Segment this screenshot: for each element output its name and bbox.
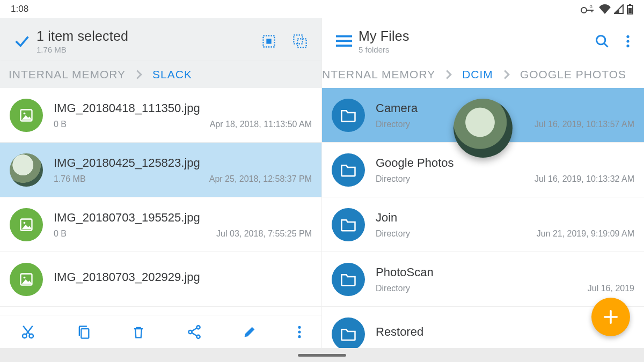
drag-preview-thumbnail[interactable] (453, 99, 513, 158)
list-item[interactable]: PhotoScan DirectoryJul 16, 2019 (322, 252, 644, 307)
svg-point-16 (24, 276, 26, 278)
file-name: IMG_20180703_195525.jpg (54, 211, 312, 225)
photo-thumbnail (10, 153, 43, 187)
wifi-icon (599, 4, 611, 14)
file-size: 0 B (54, 120, 67, 129)
image-icon (10, 263, 43, 296)
folder-name: Join (376, 211, 634, 225)
nav-bar (0, 348, 644, 362)
file-date: Jul 03, 2018, 7:55:25 PM (216, 229, 312, 239)
file-date: Apr 25, 2018, 12:58:37 PM (209, 174, 312, 184)
folder-icon (332, 263, 365, 296)
svg-point-12 (24, 112, 26, 114)
file-date: Apr 18, 2018, 11:13:50 AM (210, 120, 312, 129)
breadcrumb-item[interactable]: NTERNAL MEMORY (322, 68, 435, 81)
list-item[interactable]: IMG_20180703_202929.jpg (0, 252, 321, 307)
search-button[interactable] (595, 34, 610, 49)
key-icon: G (581, 5, 596, 13)
breadcrumb-item[interactable]: DCIM (462, 68, 493, 81)
chevron-right-icon (503, 69, 510, 80)
image-icon (10, 99, 43, 132)
svg-rect-5 (629, 4, 631, 5)
svg-point-24 (298, 330, 301, 333)
left-pane: 1 item selected 1.76 MB INTERNAL MEMORY … (0, 18, 322, 348)
fab-add-button[interactable] (591, 298, 630, 336)
file-name: IMG_20180703_202929.jpg (54, 270, 312, 284)
folder-name: Google Photos (376, 156, 634, 170)
share-button[interactable] (186, 324, 202, 340)
select-all-icon[interactable] (261, 34, 276, 49)
selection-confirm-icon[interactable] (10, 32, 34, 50)
selection-title: 1 item selected (36, 28, 261, 44)
gesture-handle[interactable] (298, 354, 346, 357)
list-item[interactable]: IMG_20180425_125823.jpg 1.76 MBApr 25, 2… (0, 143, 321, 197)
cut-button[interactable] (20, 324, 36, 340)
svg-point-31 (626, 40, 629, 42)
svg-text:G: G (590, 5, 592, 9)
svg-rect-26 (336, 35, 352, 38)
svg-point-32 (626, 45, 629, 47)
overflow-button[interactable] (626, 34, 630, 48)
list-item[interactable]: Join DirectoryJun 21, 2019, 9:19:09 AM (322, 197, 644, 252)
folder-icon (332, 317, 365, 348)
list-item[interactable]: IMG_20180703_195525.jpg 0 BJul 03, 2018,… (0, 197, 321, 252)
image-icon (10, 208, 43, 241)
chevron-right-icon (445, 69, 452, 80)
status-icons: G (581, 4, 633, 14)
breadcrumb-item[interactable]: INTERNAL MEMORY (9, 68, 126, 81)
folder-date: Jul 16, 2019, 10:13:57 AM (535, 120, 634, 129)
folder-icon (332, 99, 365, 132)
file-name: IMG_20180425_125823.jpg (54, 156, 312, 170)
folder-type: Directory (376, 120, 410, 129)
folder-icon (332, 153, 365, 187)
folder-type: Directory (376, 229, 410, 239)
breadcrumb-item[interactable]: GOOGLE PHOTOS (520, 68, 626, 81)
action-toolbar (0, 315, 321, 348)
svg-point-25 (298, 335, 301, 338)
folder-name: PhotoScan (376, 265, 634, 279)
svg-rect-3 (591, 10, 592, 12)
delete-button[interactable] (131, 324, 146, 340)
right-breadcrumb: NTERNAL MEMORY DCIM GOOGLE PHOTOS (322, 61, 644, 88)
selection-subtitle: 1.76 MB (36, 45, 261, 54)
folder-date: Jun 21, 2019, 9:19:09 AM (537, 229, 634, 239)
copy-button[interactable] (76, 324, 91, 340)
svg-rect-27 (336, 40, 352, 42)
file-size: 1.76 MB (54, 174, 86, 184)
folder-date: Jul 16, 2019 (588, 284, 634, 293)
folder-type: Directory (376, 284, 410, 293)
left-header: 1 item selected 1.76 MB (0, 18, 321, 61)
select-inverse-icon[interactable] (292, 34, 308, 49)
svg-point-23 (298, 326, 301, 328)
svg-point-30 (626, 35, 629, 38)
more-button[interactable] (297, 325, 302, 339)
svg-point-29 (597, 36, 605, 45)
list-item[interactable]: IMG_20180418_111350.jpg 0 BApr 18, 2018,… (0, 88, 321, 143)
svg-point-14 (24, 221, 26, 224)
file-name: IMG_20180418_111350.jpg (54, 101, 312, 115)
svg-rect-6 (628, 8, 632, 13)
right-pane: My Files 5 folders NTERNAL MEMORY DCIM G… (322, 18, 644, 348)
left-filelist[interactable]: IMG_20180418_111350.jpg 0 BApr 18, 2018,… (0, 88, 321, 315)
folder-icon (332, 208, 365, 241)
left-breadcrumb: INTERNAL MEMORY SLACK (0, 61, 321, 88)
folder-date: Jul 16, 2019, 10:13:32 AM (535, 174, 634, 184)
page-subtitle: 5 folders (358, 45, 595, 54)
file-size: 0 B (54, 229, 67, 239)
svg-rect-8 (266, 39, 271, 43)
breadcrumb-item[interactable]: SLACK (152, 68, 192, 81)
hamburger-icon[interactable] (332, 35, 356, 48)
status-time: 1:08 (11, 4, 28, 14)
battery-icon (627, 4, 633, 14)
svg-point-1 (581, 8, 587, 13)
folder-type: Directory (376, 174, 410, 184)
signal-icon (614, 4, 624, 14)
svg-rect-28 (336, 45, 352, 47)
chevron-right-icon (135, 69, 143, 80)
status-bar: 1:08 G (0, 0, 644, 18)
right-header: My Files 5 folders (322, 18, 644, 61)
svg-rect-19 (81, 329, 89, 338)
page-title: My Files (358, 28, 595, 44)
edit-button[interactable] (242, 324, 257, 339)
